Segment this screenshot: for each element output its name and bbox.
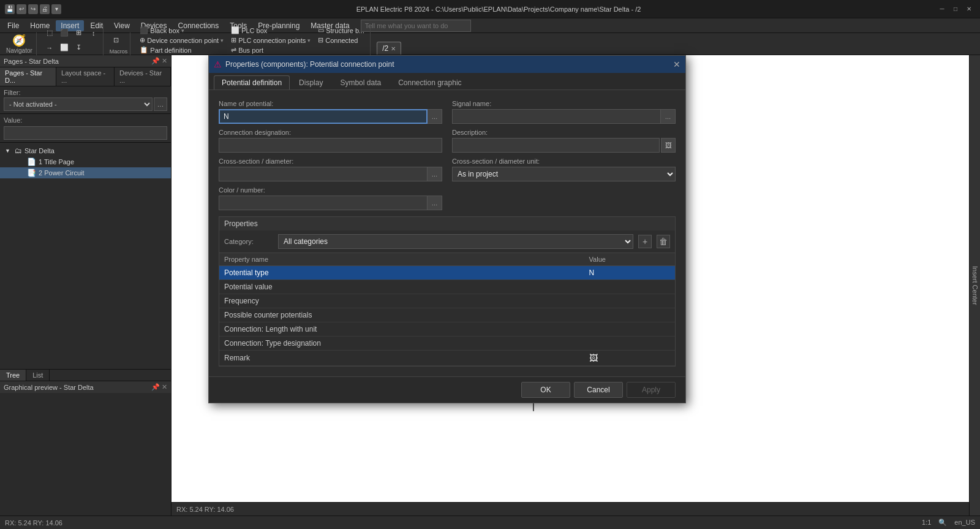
- description-icon-button[interactable]: 🖼: [661, 138, 676, 153]
- prop-row-remark[interactable]: Remark 🖼: [219, 351, 675, 366]
- prop-row-length-unit[interactable]: Connection: Length with unit: [219, 322, 675, 337]
- symbol-btn-3[interactable]: ⊞: [72, 26, 86, 40]
- device-connection-button[interactable]: ⊕ Device connection point ▾: [138, 36, 225, 45]
- black-box-button[interactable]: ⬛ Black box ▾: [138, 26, 225, 35]
- filter-select[interactable]: - Not activated -: [4, 97, 153, 111]
- description-group: Description: 🖼: [452, 129, 676, 153]
- layout-tab[interactable]: Layout space - ...: [56, 67, 115, 86]
- properties-dialog: ⚠ Properties (components): Potential con…: [208, 55, 686, 403]
- preview-icons: 📌 ✕: [151, 383, 167, 391]
- prop-row-potential-value[interactable]: Potential value: [219, 280, 675, 294]
- name-of-potential-group: Name of potential: …: [219, 100, 442, 124]
- tree-item-power-circuit[interactable]: 📑 2 Power Circuit: [0, 167, 171, 178]
- quick-access-undo[interactable]: ↩: [17, 4, 26, 14]
- tab-symbol-data[interactable]: Symbol data: [332, 75, 389, 89]
- form-row-2: Connection designation: Description: 🖼: [219, 129, 676, 153]
- value-input[interactable]: [4, 126, 167, 140]
- maximize-button[interactable]: □: [949, 4, 962, 15]
- prop-row-potential-type[interactable]: Potential type N: [219, 266, 675, 280]
- insert-panel-label: Insert Center: [971, 266, 979, 305]
- minimize-button[interactable]: ─: [936, 4, 948, 15]
- symbol-btn-4[interactable]: ↕: [87, 26, 100, 40]
- tree-item-star-delta[interactable]: ▼ 🗂 Star Delta: [0, 145, 171, 156]
- apply-button[interactable]: Apply: [627, 382, 676, 398]
- cross-section-unit-label: Cross-section / diameter unit:: [452, 158, 676, 165]
- cancel-button[interactable]: Cancel: [574, 382, 623, 398]
- tab-display[interactable]: Display: [291, 75, 331, 89]
- dialog-footer: OK Cancel Apply: [209, 376, 685, 403]
- tree-tab[interactable]: Tree: [0, 370, 26, 381]
- quick-access-save[interactable]: 💾: [5, 4, 15, 14]
- bus-port-button[interactable]: ⇌ Bus port: [229, 45, 312, 55]
- color-number-options-button[interactable]: …: [428, 196, 442, 210]
- pages-panel-header: Pages - Star Delta 📌 ✕: [0, 55, 171, 67]
- dialog-body: Name of potential: … Signal name: …: [209, 90, 685, 376]
- delete-property-button[interactable]: 🗑: [657, 235, 670, 248]
- macro-btn-1[interactable]: ⊡: [110, 34, 123, 47]
- panel-close-icon[interactable]: ✕: [162, 57, 167, 65]
- search-input[interactable]: [361, 20, 471, 32]
- quick-access-redo[interactable]: ↪: [28, 4, 38, 14]
- pin-icon[interactable]: 📌: [151, 57, 160, 65]
- prop-value-cell: [584, 294, 675, 308]
- plc-connection-button[interactable]: ⊞ PLC connection points ▾: [229, 36, 312, 45]
- prop-value-cell: [584, 280, 675, 294]
- tree-item-label: 1 Title Page: [39, 158, 74, 166]
- connection-designation-input[interactable]: [219, 138, 442, 153]
- structure-box-button[interactable]: ▭ Structure b...: [316, 26, 366, 35]
- preview-close-icon[interactable]: ✕: [162, 383, 167, 391]
- symbol-btn-7[interactable]: ↧: [72, 41, 86, 55]
- connection-designation-group: Connection designation:: [219, 129, 442, 153]
- dialog-close-button[interactable]: ✕: [673, 59, 680, 69]
- symbol-btn-1[interactable]: ⬚: [43, 26, 56, 40]
- connection-designation-label: Connection designation:: [219, 129, 442, 136]
- symbol-btn-6[interactable]: ⬜: [58, 41, 71, 55]
- description-input[interactable]: [452, 138, 660, 153]
- title-bar-icons: 💾 ↩ ↪ 🖨 ▾: [5, 4, 61, 14]
- prop-row-frequency[interactable]: Frequency: [219, 294, 675, 308]
- insert-panel[interactable]: Insert Center: [969, 55, 980, 516]
- cross-section-unit-select[interactable]: As in project mm² AWG: [452, 167, 676, 181]
- devices-tab[interactable]: Devices - Star ...: [115, 67, 171, 86]
- quick-access-more[interactable]: ▾: [51, 4, 61, 14]
- name-options-button[interactable]: …: [428, 109, 442, 124]
- prop-row-counter-potentials[interactable]: Possible counter potentials: [219, 308, 675, 322]
- navigator-button[interactable]: 🧭 Navigator: [2, 32, 37, 55]
- prop-row-type-designation[interactable]: Connection: Type designation: [219, 337, 675, 351]
- preview-pin-icon[interactable]: 📌: [151, 383, 160, 391]
- col-value: Value: [584, 253, 675, 266]
- lang-indicator: en_US: [954, 519, 975, 527]
- quick-access-print[interactable]: 🖨: [40, 4, 50, 14]
- close-button[interactable]: ✕: [963, 4, 975, 15]
- tab-connection-graphic[interactable]: Connection graphic: [390, 75, 469, 89]
- category-select[interactable]: All categories: [278, 234, 633, 249]
- pages-tab[interactable]: Pages - Star D...: [0, 67, 56, 86]
- part-definition-button[interactable]: 📋 Part definition: [138, 45, 225, 55]
- prop-value-cell: 🖼: [584, 351, 675, 366]
- cross-section-container: …: [219, 167, 442, 181]
- symbol-btn-2[interactable]: ⬛: [58, 26, 71, 40]
- signal-options-button[interactable]: …: [661, 109, 676, 124]
- filter-options-button[interactable]: …: [154, 97, 167, 111]
- add-property-button[interactable]: +: [638, 235, 652, 248]
- zoom-icon[interactable]: 🔍: [938, 519, 947, 527]
- connected-button[interactable]: ⊟ Connected: [316, 36, 366, 45]
- signal-name-input[interactable]: [452, 109, 661, 124]
- plc-box-button[interactable]: ⬜ PLC box: [229, 26, 312, 35]
- tree-item-title-page[interactable]: 📄 1 Title Page: [0, 156, 171, 167]
- menu-file[interactable]: File: [2, 20, 24, 31]
- cross-section-input[interactable]: [219, 167, 428, 181]
- canvas-tab-2[interactable]: /2 ✕: [377, 42, 401, 55]
- color-number-label: Color / number:: [219, 186, 442, 194]
- tree-list-tabs: Tree List: [0, 369, 171, 381]
- menu-view[interactable]: View: [109, 20, 135, 31]
- cross-section-options-button[interactable]: …: [428, 167, 442, 181]
- name-of-potential-input[interactable]: [219, 109, 428, 124]
- tab-potential-definition[interactable]: Potential definition: [214, 75, 290, 89]
- ok-button[interactable]: OK: [521, 382, 570, 398]
- prop-name-cell: Potential value: [219, 280, 584, 294]
- symbol-btn-5[interactable]: →: [43, 41, 56, 55]
- prop-name-cell: Possible counter potentials: [219, 308, 584, 322]
- color-number-input[interactable]: [219, 196, 428, 210]
- list-tab[interactable]: List: [26, 370, 50, 381]
